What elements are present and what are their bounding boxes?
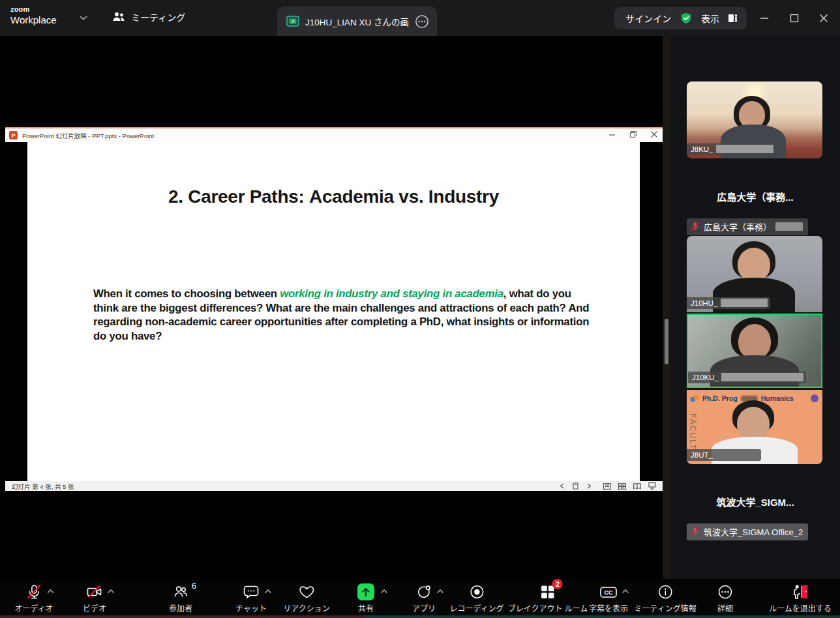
bottom-edge-right xyxy=(365,615,840,618)
reactions-label: リアクション xyxy=(283,602,329,613)
tab-meetings[interactable]: ミーティング xyxy=(112,10,185,23)
audio-button[interactable]: オーディオ xyxy=(14,583,53,613)
shared-screen-area: P PowerPoint 幻灯片放映 - PPT.pptx - PowerPoi… xyxy=(0,36,663,579)
sign-in-button[interactable]: サインイン xyxy=(625,12,671,25)
slide-title: 2. Career Paths: Academia vs. Industry xyxy=(27,186,640,207)
tile3-name-text: J10KU_ xyxy=(692,374,719,381)
security-shield-icon[interactable] xyxy=(680,12,693,25)
logo-zoom-text: zoom xyxy=(10,6,57,13)
previous-slide-button[interactable] xyxy=(560,483,564,489)
video-button[interactable]: ビデオ xyxy=(83,583,106,613)
tile4-name-text: J8UT_ xyxy=(691,451,713,459)
chat-icon xyxy=(243,583,260,600)
banner-text-right: Humanics xyxy=(761,394,794,402)
participants-count: 6 xyxy=(192,581,196,591)
powerpoint-title-text: PowerPoint 幻灯片放映 - PPT.pptx - PowerPoint xyxy=(22,131,154,140)
tile1-name-label: J8KU_ xyxy=(687,143,776,155)
slide-body-highlight: working in industry and staying in acade… xyxy=(280,287,503,300)
screen-share-icon xyxy=(286,16,299,27)
shared-screen-tab-label: J10HU_LIAN XU さんの画面 xyxy=(305,15,409,28)
apps-label: アプリ xyxy=(412,602,436,613)
recording-button[interactable]: レコーディング xyxy=(449,583,503,613)
sigma-group-heading: 筑波大学_SIGM... xyxy=(670,495,840,508)
powerpoint-window: P PowerPoint 幻灯片放映 - PPT.pptx - PowerPoi… xyxy=(5,127,663,491)
muted-mic-icon xyxy=(691,527,700,537)
slideshow-view-button[interactable] xyxy=(648,482,656,490)
window-close-button[interactable] xyxy=(817,11,831,25)
next-slide-button[interactable] xyxy=(587,483,592,489)
tile2-name-text: J10HU_ xyxy=(691,299,718,307)
meetings-people-icon xyxy=(112,12,125,22)
apps-chevron-icon[interactable] xyxy=(437,589,443,593)
tab-shared-screen[interactable]: J10HU_LIAN XU さんの画面 xyxy=(277,7,437,36)
captions-chevron-icon[interactable] xyxy=(622,589,629,593)
slide-title-mid: Career Paths: xyxy=(188,186,309,207)
reading-view-button[interactable] xyxy=(633,483,641,490)
slide-counter: 幻灯片 第 4 张, 共 5 张 xyxy=(12,482,74,491)
chat-chevron-icon[interactable] xyxy=(265,589,271,593)
tile4-name-redaction xyxy=(715,450,758,459)
tile4-name-label: J8UT_ xyxy=(687,449,761,461)
tile3-name-label: J10KU_ xyxy=(688,372,806,383)
top-right-controls: サインイン 表示 xyxy=(614,7,747,29)
program-logo-icon xyxy=(691,395,699,402)
scrollbar-thumb[interactable] xyxy=(665,319,668,364)
video-tile-j10ku-active-speaker[interactable]: J10KU_ xyxy=(687,314,822,388)
video-tile-j10hu[interactable]: J10HU_ xyxy=(687,236,822,312)
audio-chevron-icon[interactable] xyxy=(47,589,53,593)
share-screen-button[interactable]: 共有 xyxy=(357,583,374,613)
ppt-minimize-button[interactable] xyxy=(609,131,616,138)
view-layout-icon[interactable] xyxy=(728,13,738,23)
annotate-pen-button[interactable] xyxy=(572,482,579,490)
logo-workplace-text: Workplace xyxy=(10,15,57,25)
window-maximize-button[interactable] xyxy=(787,11,802,25)
bottom-edge-left xyxy=(0,615,365,618)
share-screen-icon xyxy=(357,583,374,600)
video-label: ビデオ xyxy=(83,602,106,613)
captions-cc-icon: CC xyxy=(599,583,618,600)
tile2-name-redaction xyxy=(721,299,768,307)
captions-button[interactable]: CC 字幕を表示 xyxy=(589,583,628,613)
slideshow-canvas: 2. Career Paths: Academia vs. Industry W… xyxy=(5,142,663,481)
breakout-rooms-button[interactable]: 2 ブレイクアウト ルーム xyxy=(508,583,588,613)
university-logo-icon xyxy=(811,394,818,402)
ppt-close-button[interactable] xyxy=(651,131,657,138)
slide-title-number: 2. xyxy=(168,186,188,207)
muted-participant-1-name: 広島大学（事務） xyxy=(704,220,772,233)
leave-room-icon xyxy=(791,583,809,600)
leave-room-label: ルームを退出する xyxy=(769,602,832,613)
reactions-button[interactable]: リアクション xyxy=(283,583,329,613)
audio-label: オーディオ xyxy=(14,602,53,613)
workspace-chevron-down-icon[interactable] xyxy=(80,16,87,20)
meeting-info-label: ミーティング情報 xyxy=(634,602,696,613)
content-scrollbar xyxy=(663,36,670,579)
leave-room-button[interactable]: ルームを退出する xyxy=(769,583,832,613)
window-bottom-edge xyxy=(0,615,840,618)
ppt-restore-button[interactable] xyxy=(630,131,637,138)
recording-label: レコーディング xyxy=(449,602,503,613)
share-chevron-icon[interactable] xyxy=(381,589,387,593)
powerpoint-titlebar[interactable]: P PowerPoint 幻灯片放映 - PPT.pptx - PowerPoi… xyxy=(5,127,663,142)
video-tile-j8ku[interactable]: J8KU_ xyxy=(687,81,822,158)
window-minimize-button[interactable] xyxy=(757,11,772,25)
apps-button[interactable]: アプリ xyxy=(412,583,436,613)
participants-button[interactable]: 6 参加者 xyxy=(169,583,192,613)
record-icon xyxy=(468,583,485,600)
slide-body-pre: When it comes to choosing between xyxy=(93,287,280,300)
view-button[interactable]: 表示 xyxy=(701,12,719,25)
slide-sorter-view-button[interactable] xyxy=(618,483,626,490)
powerpoint-statusbar: 幻灯片 第 4 张, 共 5 张 xyxy=(5,481,663,491)
captions-label: 字幕を表示 xyxy=(589,602,628,613)
tab-more-options-icon[interactable] xyxy=(415,14,429,29)
video-tile-j8ut[interactable]: Ph.D. Prog Humanics FACULT J8UT_ xyxy=(687,390,822,464)
tile1-name-redaction xyxy=(716,145,773,153)
more-button[interactable]: 詳細 xyxy=(717,583,734,613)
participants-icon xyxy=(172,583,189,600)
more-label: 詳細 xyxy=(717,602,733,613)
normal-view-button[interactable] xyxy=(603,483,611,490)
meeting-info-button[interactable]: ミーティング情報 xyxy=(634,583,696,613)
video-chevron-icon[interactable] xyxy=(108,589,114,593)
muted-mic-icon xyxy=(691,222,700,231)
tile2-person-face xyxy=(738,248,770,282)
chat-button[interactable]: チャット xyxy=(235,583,267,613)
